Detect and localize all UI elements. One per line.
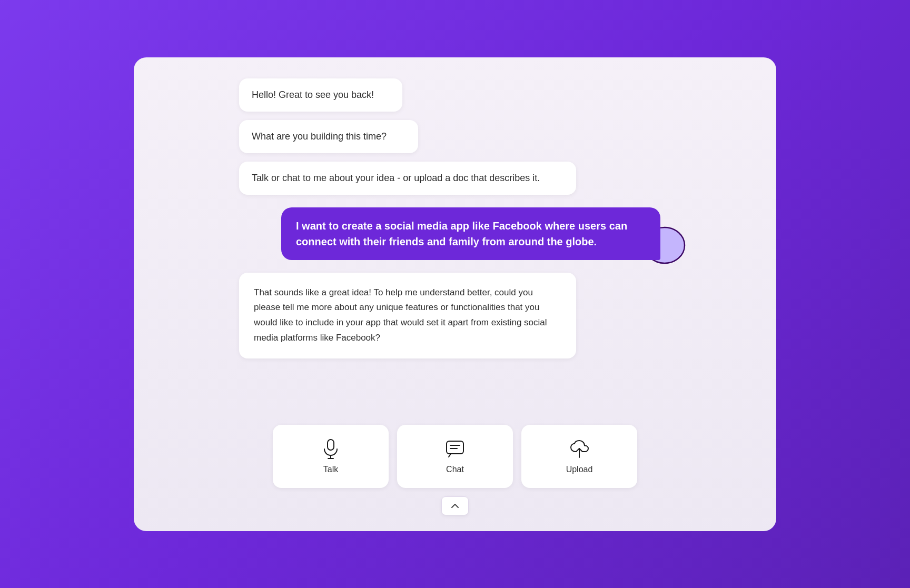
upload-icon	[569, 438, 590, 460]
bot-message-3: Talk or chat to me about your idea - or …	[239, 162, 576, 195]
svg-rect-4	[447, 441, 463, 454]
microphone-icon	[320, 438, 341, 460]
upload-button[interactable]: Upload	[521, 425, 637, 488]
bot-message-5: That sounds like a great idea! To help m…	[239, 273, 576, 359]
chat-icon	[444, 438, 466, 460]
bot-message-1: Hello! Great to see you back!	[239, 78, 402, 112]
action-buttons-container: Talk Chat Upload	[273, 425, 637, 488]
scroll-up-button[interactable]	[441, 496, 469, 515]
chat-button[interactable]: Chat	[397, 425, 513, 488]
main-container: Hello! Great to see you back! What are y…	[134, 57, 776, 531]
bot-message-2: What are you building this time?	[239, 120, 418, 153]
talk-button[interactable]: Talk	[273, 425, 389, 488]
chat-area: Hello! Great to see you back! What are y…	[134, 78, 776, 414]
user-message: I want to create a social media app like…	[281, 207, 660, 260]
chevron-up-icon	[450, 501, 460, 511]
svg-rect-1	[328, 440, 334, 450]
